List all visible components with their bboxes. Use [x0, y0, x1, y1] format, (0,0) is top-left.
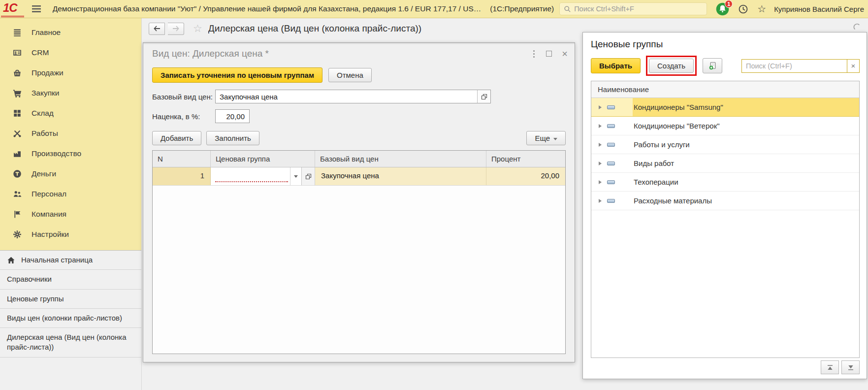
- nav-item-spravochniki[interactable]: Справочники: [0, 270, 141, 289]
- dropdown-button[interactable]: [290, 167, 301, 185]
- list-item-label: Кондиционеры "Samsung": [633, 98, 859, 116]
- notifications-button[interactable]: 1: [716, 2, 729, 16]
- list-item[interactable]: Кондиционеры "Ветерок": [591, 117, 859, 135]
- sidebar-item-label: Компания: [32, 210, 66, 219]
- list-item[interactable]: Виды работ: [591, 154, 859, 173]
- sidebar-item-label: Продажи: [32, 68, 64, 77]
- chevron-down-icon: [553, 138, 557, 140]
- sections-menu: Главное CRM Продажи Закупки Склад: [0, 18, 141, 250]
- base-price-input[interactable]: [216, 90, 477, 103]
- nav-item-label: Ценовые группы: [7, 294, 64, 304]
- column-header-base-price[interactable]: Базовый вид цен: [315, 151, 486, 167]
- expand-triangle-icon[interactable]: [599, 199, 602, 203]
- more-button[interactable]: Еще: [526, 131, 566, 145]
- sidebar-item-label: Деньги: [32, 169, 56, 178]
- sales-basket-icon: [13, 68, 22, 77]
- nav-item-cenovye-gruppy[interactable]: Ценовые группы: [0, 290, 141, 309]
- dialog-body: Записать уточнения по ценовым группам От…: [143, 65, 575, 362]
- percent-cell[interactable]: 20,00: [486, 167, 565, 185]
- settings-gear-icon: [13, 230, 22, 239]
- sidebar-item-personal[interactable]: Персонал: [0, 184, 141, 204]
- maximize-icon[interactable]: [546, 51, 552, 57]
- new-group-icon: [708, 62, 717, 70]
- table-empty-area: [153, 186, 565, 354]
- nav-forward-button[interactable]: [168, 23, 184, 35]
- sidebar-item-label: Главное: [32, 28, 61, 37]
- fill-button[interactable]: Заполнить: [206, 131, 259, 145]
- main-menu-icon[interactable]: [28, 2, 45, 15]
- more-button-label: Еще: [535, 134, 550, 142]
- favorites-button[interactable]: ☆: [757, 3, 766, 15]
- global-search-input[interactable]: [574, 5, 703, 13]
- list-item[interactable]: Расходные материалы: [591, 192, 859, 210]
- nav-item-dilerskaya-cena[interactable]: Дилерская цена (Вид цен (колонка прайс-л…: [0, 328, 141, 358]
- pin-icon[interactable]: [852, 21, 862, 33]
- sidebar-item-raboty[interactable]: Работы: [0, 123, 141, 143]
- sidebar: Главное CRM Продажи Закупки Склад: [0, 18, 142, 390]
- column-header-n[interactable]: N: [153, 151, 211, 167]
- nav-item-home[interactable]: Начальная страница: [0, 251, 141, 270]
- column-header-price-group[interactable]: Ценовая группа: [211, 151, 315, 167]
- app-window: 1С Демонстрационная база компании "Уют" …: [0, 0, 868, 390]
- base-price-label: Базовый вид цен:: [152, 93, 215, 101]
- sidebar-item-crm[interactable]: CRM: [0, 42, 141, 63]
- expand-triangle-icon[interactable]: [599, 143, 602, 147]
- scroll-to-top-button[interactable]: [821, 360, 839, 374]
- dialog-title: Вид цен: Дилерская цена *: [152, 48, 532, 59]
- search-icon: [564, 5, 571, 13]
- history-button[interactable]: [738, 4, 748, 14]
- sidebar-item-prodazhi[interactable]: Продажи: [0, 63, 141, 83]
- more-menu-icon[interactable]: [532, 49, 536, 59]
- list-item[interactable]: Работы и услуги: [591, 135, 859, 154]
- close-icon[interactable]: ×: [562, 49, 568, 59]
- sidebar-item-dengi[interactable]: Деньги: [0, 163, 141, 184]
- nav-item-vidy-cen[interactable]: Виды цен (колонки прайс-листов): [0, 309, 141, 328]
- expand-triangle-icon[interactable]: [599, 105, 602, 109]
- save-refinements-button[interactable]: Записать уточнения по ценовым группам: [152, 67, 322, 83]
- list-item-label: Работы и услуги: [633, 135, 859, 154]
- create-button[interactable]: Создать: [649, 59, 694, 73]
- sidebar-item-kompaniya[interactable]: Компания: [0, 204, 141, 224]
- base-price-field: [215, 90, 491, 103]
- markup-input[interactable]: [215, 109, 250, 123]
- menu-lines-icon: [13, 28, 22, 37]
- markup-label: Наценка, в %:: [152, 112, 215, 121]
- open-value-button[interactable]: [301, 167, 315, 185]
- arrow-right-icon: [172, 25, 180, 32]
- price-group-cell[interactable]: [211, 167, 315, 185]
- price-kind-dialog: Вид цен: Дилерская цена * × Записать уто…: [143, 42, 575, 362]
- expand-triangle-icon[interactable]: [599, 162, 602, 165]
- cancel-button[interactable]: Отмена: [328, 68, 372, 82]
- favorite-star-icon[interactable]: ☆: [193, 23, 202, 34]
- add-row-button[interactable]: Добавить: [152, 131, 201, 145]
- current-user[interactable]: Куприянов Василий Серге: [774, 5, 864, 13]
- expand-triangle-icon[interactable]: [599, 180, 602, 184]
- sidebar-item-zakupki[interactable]: Закупки: [0, 83, 141, 103]
- price-groups-panel: Ценовые группы Выбрать Создать × Наим: [582, 32, 867, 379]
- list-item[interactable]: Техоперации: [591, 173, 859, 192]
- sidebar-item-nastroyki[interactable]: Настройки: [0, 224, 141, 244]
- crm-icon: [13, 48, 22, 57]
- panel-search: ×: [741, 59, 860, 73]
- nav-back-button[interactable]: [149, 23, 165, 35]
- list-item[interactable]: Кондиционеры "Samsung": [591, 98, 859, 117]
- sidebar-item-glavnoe[interactable]: Главное: [0, 22, 141, 42]
- panel-search-input[interactable]: [742, 60, 847, 72]
- list-column-header[interactable]: Наименование: [591, 81, 859, 98]
- column-header-percent[interactable]: Процент: [486, 151, 565, 167]
- table-header: N Ценовая группа Базовый вид цен Процент: [153, 151, 565, 167]
- open-pages-menu: Начальная страница Справочники Ценовые г…: [0, 250, 141, 358]
- clear-search-icon[interactable]: ×: [847, 60, 859, 72]
- base-price-cell[interactable]: Закупочная цена: [315, 167, 486, 185]
- create-group-button[interactable]: [703, 58, 722, 73]
- sidebar-item-sklad[interactable]: Склад: [0, 103, 141, 123]
- open-value-button[interactable]: [477, 90, 490, 103]
- select-button[interactable]: Выбрать: [591, 58, 641, 73]
- sidebar-item-proizvodstvo[interactable]: Производство: [0, 143, 141, 163]
- refinements-table: N Ценовая группа Базовый вид цен Процент…: [152, 150, 566, 354]
- expand-triangle-icon[interactable]: [599, 124, 602, 128]
- price-group-edit-input[interactable]: [215, 170, 288, 182]
- row-number-cell[interactable]: 1: [153, 167, 211, 185]
- scroll-to-bottom-button[interactable]: [841, 360, 860, 374]
- dialog-titlebar: Вид цен: Дилерская цена * ×: [143, 43, 575, 65]
